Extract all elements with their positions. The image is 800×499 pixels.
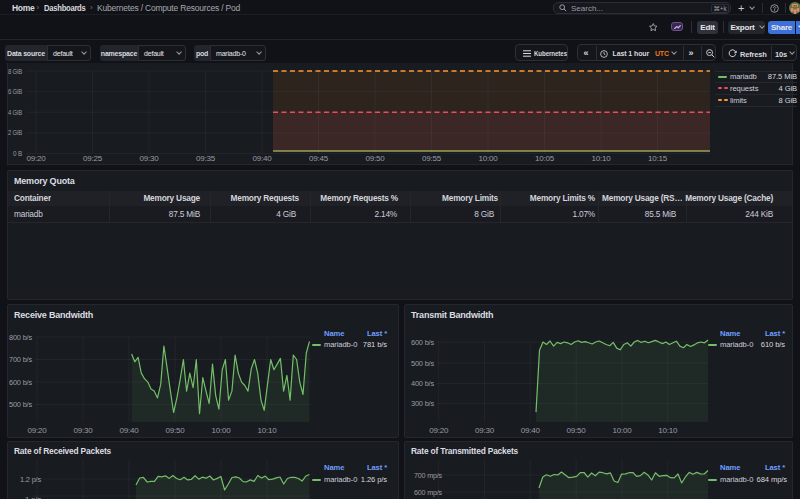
svg-text:500 b/s: 500 b/s (411, 359, 434, 368)
svg-text:10:15: 10:15 (648, 154, 667, 163)
svg-text:09:30: 09:30 (74, 426, 93, 435)
svg-text:500 b/s: 500 b/s (9, 400, 32, 409)
svg-text:10:00: 10:00 (212, 426, 231, 435)
svg-text:09:30: 09:30 (475, 426, 494, 435)
svg-text:4 GiB: 4 GiB (8, 108, 22, 117)
svg-text:8 GiB: 8 GiB (8, 67, 22, 76)
svg-text:09:20: 09:20 (429, 426, 448, 435)
svg-text:10:10: 10:10 (258, 426, 277, 435)
svg-text:09:55: 09:55 (422, 154, 441, 163)
svg-text:700 mp/s: 700 mp/s (414, 471, 442, 480)
svg-text:600 mp/s: 600 mp/s (414, 488, 442, 497)
svg-text:1 p/s: 1 p/s (25, 495, 41, 499)
svg-text:09:50: 09:50 (366, 154, 385, 163)
svg-text:2 GiB: 2 GiB (8, 128, 22, 137)
svg-text:10:00: 10:00 (612, 426, 631, 435)
svg-text:300 b/s: 300 b/s (411, 399, 434, 408)
svg-text:10:10: 10:10 (592, 154, 611, 163)
svg-text:700 b/s: 700 b/s (9, 355, 32, 364)
svg-text:10:00: 10:00 (479, 154, 498, 163)
svg-text:09:20: 09:20 (27, 154, 46, 163)
svg-text:10:10: 10:10 (658, 426, 677, 435)
svg-text:09:30: 09:30 (140, 154, 159, 163)
svg-text:6 GiB: 6 GiB (8, 87, 22, 96)
svg-text:09:35: 09:35 (196, 154, 215, 163)
svg-text:10:05: 10:05 (535, 154, 554, 163)
svg-text:09:50: 09:50 (166, 426, 185, 435)
svg-text:09:40: 09:40 (253, 154, 272, 163)
svg-text:09:20: 09:20 (28, 426, 47, 435)
svg-text:400 b/s: 400 b/s (411, 379, 434, 388)
svg-text:600 b/s: 600 b/s (9, 378, 32, 387)
svg-text:0 B: 0 B (13, 149, 22, 158)
svg-text:09:40: 09:40 (521, 426, 540, 435)
svg-text:09:45: 09:45 (309, 154, 328, 163)
svg-text:09:25: 09:25 (83, 154, 102, 163)
svg-text:1.2 p/s: 1.2 p/s (20, 475, 41, 484)
svg-text:600 b/s: 600 b/s (411, 338, 434, 347)
svg-text:09:50: 09:50 (567, 426, 586, 435)
svg-text:800 b/s: 800 b/s (9, 333, 32, 342)
svg-text:09:40: 09:40 (120, 426, 139, 435)
